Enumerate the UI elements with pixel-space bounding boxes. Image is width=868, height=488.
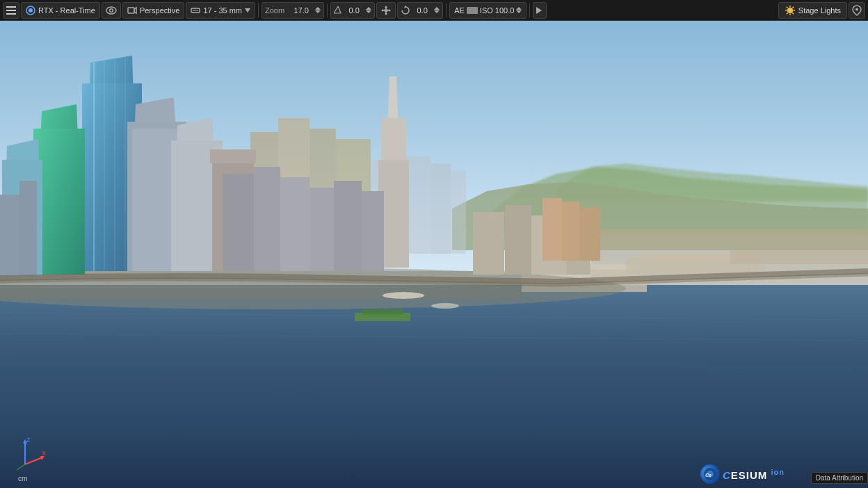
svg-rect-83 [254,167,280,271]
svg-rect-84 [280,177,310,271]
svg-rect-73 [0,195,21,277]
svg-point-96 [431,303,459,309]
cesium-watermark: Ce CESIUM ion [700,464,785,484]
lens-button[interactable]: 17 - 35 mm [186,2,255,19]
svg-marker-20 [389,9,391,12]
unit-label: cm [18,475,27,482]
zoom-input[interactable] [289,6,314,15]
city-scene: Z X cm Ce CESIUM ion [0,21,868,488]
svg-text:Z: Z [26,437,31,444]
move-icon [380,5,392,16]
svg-rect-98 [362,309,403,315]
cesium-logo: Ce [700,464,720,484]
separator-4 [529,3,530,17]
cesium-brand-label: CESIUM ion [723,468,785,481]
svg-text:X: X [42,450,46,457]
svg-marker-13 [334,6,341,13]
location-icon [852,5,862,16]
svg-rect-0 [6,6,16,8]
menu-button[interactable] [3,2,19,19]
separator-2 [327,3,328,17]
svg-rect-89 [505,205,531,275]
svg-text:Ce: Ce [705,473,712,478]
perspective-button[interactable]: Perspective [122,2,184,19]
svg-rect-93 [562,202,579,261]
svg-marker-19 [381,9,383,12]
svg-marker-18 [385,13,387,15]
svg-rect-82 [223,174,254,271]
rotate-icon [401,6,410,15]
lens-icon [191,6,200,15]
render-mode-button[interactable]: RTX - Real-Time [21,2,100,19]
svg-line-102 [25,457,42,464]
svg-rect-81 [210,149,256,163]
svg-line-30 [792,6,794,8]
angle-icon [334,6,342,15]
iso-label: ISO [480,6,493,15]
collapse-button[interactable] [533,2,547,19]
stage-lights-label: Stage Lights [798,6,841,15]
zoom-label: Zoom [265,6,284,15]
svg-rect-53 [407,156,431,254]
svg-point-32 [855,8,858,10]
perspective-label: Perspective [140,6,179,15]
city-buildings-svg [0,21,868,488]
sun-icon [785,5,796,16]
svg-rect-88 [473,212,504,275]
angle2-group: 0.0 [397,2,443,19]
svg-marker-22 [536,7,542,14]
eye-button[interactable] [102,2,121,19]
data-attribution-button[interactable]: Data Attribution [811,472,868,484]
ae-iso-group[interactable]: AE ISO 100.0 [449,2,527,19]
svg-rect-86 [334,181,362,271]
angle1-value: 0.0 [344,6,364,15]
svg-rect-87 [362,191,384,271]
svg-rect-1 [6,10,16,11]
svg-point-7 [110,9,112,11]
svg-rect-8 [128,8,134,13]
axis-indicator: Z X [11,437,46,471]
eye-icon [106,6,117,15]
svg-rect-11 [193,10,198,11]
chevron-down-icon [245,8,250,13]
angle1-group: 0.0 [330,2,375,19]
stage-lights-button[interactable]: Stage Lights [778,2,847,19]
svg-line-105 [17,464,25,470]
svg-marker-17 [385,6,387,8]
svg-line-31 [787,13,788,14]
camera-icon [127,6,137,15]
svg-rect-48 [730,250,868,264]
svg-line-29 [792,13,794,14]
iso-value: 100.0 [495,6,515,15]
svg-point-4 [29,8,33,13]
collapse-icon [536,6,543,15]
svg-point-95 [383,292,424,299]
angle2-value: 0.0 [412,6,432,15]
viewport: Z X cm Ce CESIUM ion [0,21,868,488]
svg-rect-85 [310,188,334,271]
svg-point-23 [787,8,793,13]
zoom-group: Zoom [262,2,324,19]
zoom-spinner[interactable] [315,7,321,13]
svg-marker-9 [134,8,136,13]
separator-3 [446,3,447,17]
svg-line-28 [787,6,788,8]
move-button[interactable] [376,2,396,19]
toolbar: RTX - Real-Time Perspective 17 - 35 mm Z… [0,0,868,21]
svg-rect-54 [431,163,451,254]
svg-rect-92 [542,198,562,261]
svg-rect-94 [579,207,600,261]
svg-rect-2 [6,13,16,15]
axis-svg: Z X [11,437,46,471]
lens-label: 17 - 35 mm [203,6,242,15]
svg-marker-12 [245,8,250,13]
ae-rect [467,7,478,14]
iso-spinner[interactable] [516,7,522,13]
svg-rect-74 [19,181,37,277]
angle1-spinner[interactable] [366,7,371,13]
separator-1 [258,3,259,17]
angle2-spinner[interactable] [434,7,440,13]
render-icon [26,6,35,15]
location-button[interactable] [849,2,865,19]
svg-rect-55 [451,170,466,254]
